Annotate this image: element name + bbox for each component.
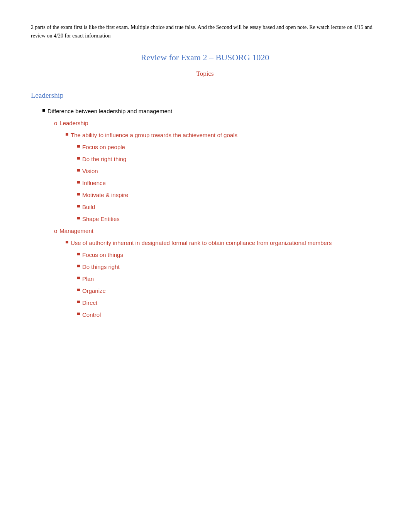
item-text: Organize	[82, 286, 106, 296]
bullet-icon	[77, 181, 80, 184]
main-title: Review for Exam 2 – BUSORG 1020	[31, 51, 379, 64]
list-item: Motivate & inspire	[77, 190, 379, 200]
topics-subtitle: Topics	[31, 68, 379, 79]
item-text: Plan	[82, 274, 94, 284]
list-item: Do the right thing	[77, 155, 379, 164]
bullet-icon	[77, 205, 80, 207]
bullet-icon	[42, 109, 45, 112]
list-item: The ability to influence a group towards…	[66, 131, 379, 140]
item-text: Focus on things	[82, 250, 123, 260]
list-item: Influence	[77, 178, 379, 188]
bullet-icon	[77, 169, 80, 172]
list-item: o Leadership	[54, 119, 379, 128]
item-text: Do things right	[82, 262, 120, 272]
bullet-icon	[66, 241, 68, 243]
bullet-icon	[77, 253, 80, 255]
list-item: Organize	[77, 286, 379, 296]
list-item: o Management	[54, 226, 379, 236]
bullet-icon	[77, 145, 80, 148]
item-text: Vision	[82, 167, 98, 176]
intro-paragraph: 2 parts of the exam first is like the fi…	[31, 23, 379, 40]
bullet-icon	[66, 133, 68, 136]
item-text: Direct	[82, 298, 97, 308]
bullet-icon	[77, 217, 80, 219]
management-label: Management	[59, 226, 93, 236]
bullet-icon	[77, 193, 80, 195]
o-prefix: o	[54, 119, 57, 128]
item-text: Influence	[82, 178, 106, 188]
bullet-icon	[77, 301, 80, 303]
list-item: Difference between leadership and manage…	[42, 107, 379, 116]
list-item: Focus on things	[77, 250, 379, 260]
bullet-icon	[77, 313, 80, 315]
bullet-icon	[77, 157, 80, 160]
leadership-heading: Leadership	[31, 90, 379, 101]
list-item: Direct	[77, 298, 379, 308]
bullet-icon	[77, 289, 80, 291]
list-item: Shape Entities	[77, 214, 379, 224]
list-item: Plan	[77, 274, 379, 284]
item-text: Shape Entities	[82, 214, 120, 224]
o-prefix: o	[54, 226, 57, 236]
item-text: Focus on people	[82, 143, 125, 152]
list-item: Control	[77, 310, 379, 320]
item-text: Use of authority inherent in designated …	[71, 238, 332, 248]
bullet-icon	[77, 277, 80, 279]
item-text: Do the right thing	[82, 155, 126, 164]
leadership-label: Leadership	[59, 119, 88, 128]
list-item: Focus on people	[77, 143, 379, 152]
item-text: Motivate & inspire	[82, 190, 128, 200]
list-item: Vision	[77, 167, 379, 176]
item-text: The ability to influence a group towards…	[71, 131, 237, 140]
item-text: Build	[82, 202, 95, 212]
item-text: Control	[82, 310, 101, 320]
list-item: Use of authority inherent in designated …	[66, 238, 379, 248]
bullet-icon	[77, 265, 80, 267]
list-item: Do things right	[77, 262, 379, 272]
item-text: Difference between leadership and manage…	[47, 107, 172, 116]
list-item: Build	[77, 202, 379, 212]
